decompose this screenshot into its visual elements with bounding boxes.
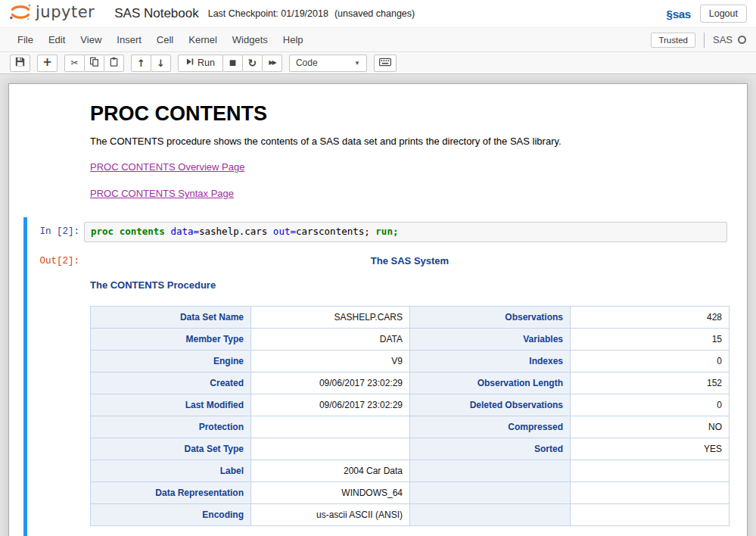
kernel-indicator: SAS	[704, 33, 746, 48]
jupyter-wordmark: jupyter	[36, 3, 95, 21]
notebook-container: PROC CONTENTS The CONTENTS procedure sho…	[8, 83, 748, 536]
code-input[interactable]: proc contents data=sashelp.cars out=cars…	[84, 222, 727, 242]
input-prompt: In [2]:	[27, 222, 84, 237]
markdown-link[interactable]: PROC CONTENTS Syntax Page	[90, 188, 234, 199]
code-token: proc contents	[91, 226, 165, 237]
table-row: Encodingus-ascii ASCII (ANSI)	[91, 504, 730, 526]
restart-icon: ↻	[248, 58, 257, 68]
clipboard-icon	[109, 57, 119, 69]
keyboard-icon	[379, 58, 391, 69]
restart-kernel-button[interactable]: ↻	[242, 55, 263, 72]
code-token	[267, 226, 273, 237]
notebook-title[interactable]: SAS Notebook	[114, 6, 199, 21]
attribute-label: Compressed	[410, 416, 571, 438]
attribute-label: Data Set Type	[91, 438, 251, 460]
attribute-value: DATA	[251, 329, 410, 351]
sas-wordmark: sas	[673, 8, 691, 20]
menu-file[interactable]: File	[10, 30, 41, 50]
paste-cell-button[interactable]	[104, 55, 124, 72]
menubar: FileEditViewInsertCellKernelWidgetsHelp …	[0, 27, 756, 52]
md-title: PROC CONTENTS	[90, 102, 723, 126]
menu-kernel[interactable]: Kernel	[181, 30, 225, 50]
run-label: Run	[198, 58, 215, 68]
table-row: Label2004 Car Data	[91, 460, 730, 482]
dropdown-caret-icon: ▼	[354, 60, 360, 67]
attribute-label: Data Representation	[91, 482, 251, 504]
attribute-value: 428	[571, 307, 730, 329]
table-row: Created09/06/2017 23:02:29Observation Le…	[91, 372, 730, 394]
attribute-value: WINDOWS_64	[251, 482, 410, 504]
cell-type-value: Code	[296, 58, 318, 68]
attribute-value: 15	[571, 329, 730, 351]
jupyter-logo[interactable]: jupyter	[9, 2, 95, 25]
attribute-label: Engine	[91, 351, 251, 372]
command-palette-button[interactable]	[374, 55, 397, 72]
attribute-value	[251, 438, 410, 460]
attribute-label: Indexes	[410, 351, 571, 372]
menu-edit[interactable]: Edit	[41, 30, 73, 50]
logout-button[interactable]: Logout	[700, 5, 747, 23]
attribute-label	[410, 504, 571, 526]
attribute-label: Protection	[91, 416, 251, 438]
kernel-idle-icon	[738, 36, 746, 44]
attribute-value: 152	[571, 372, 730, 394]
markdown-cell[interactable]: PROC CONTENTS The CONTENTS procedure sho…	[23, 92, 729, 217]
attribute-value: V9	[251, 351, 410, 372]
attribute-value	[571, 460, 730, 482]
sas-symbol-icon: §	[667, 8, 673, 20]
menu-help[interactable]: Help	[275, 30, 311, 50]
menu-view[interactable]: View	[73, 30, 109, 50]
menu-cell[interactable]: Cell	[149, 30, 181, 50]
attribute-label: Last Modified	[91, 394, 251, 416]
attribute-label: Sorted	[410, 438, 571, 460]
move-cell-down-button[interactable]: ↓	[151, 55, 171, 72]
attribute-value	[251, 416, 410, 438]
output-area: The SAS System The CONTENTS Procedure Da…	[84, 251, 736, 526]
attribute-label	[410, 460, 571, 482]
attribute-value: NO	[571, 416, 730, 438]
edit-group: ✂	[64, 55, 124, 72]
menu-insert[interactable]: Insert	[109, 30, 149, 50]
table-row: EngineV9Indexes0	[91, 351, 730, 372]
save-button[interactable]	[10, 55, 30, 72]
menu-widgets[interactable]: Widgets	[225, 30, 275, 50]
step-forward-icon	[186, 58, 194, 68]
code-token: carscontents	[296, 226, 364, 237]
header: jupyter SAS Notebook Last Checkpoint: 01…	[0, 0, 756, 27]
scissors-icon: ✂	[70, 58, 78, 67]
arrow-down-icon: ↓	[157, 58, 165, 68]
save-group	[10, 55, 30, 72]
output-prompt: Out[2]:	[27, 251, 84, 266]
sas-logo: §sas	[667, 8, 691, 20]
sas-system-title: The SAS System	[90, 251, 730, 266]
attribute-value	[571, 482, 730, 504]
copy-cell-button[interactable]	[84, 55, 104, 72]
floppy-icon	[15, 57, 25, 69]
table-row: Data Set NameSASHELP.CARSObservations428	[91, 307, 730, 329]
celltype-group: Code ▼	[289, 55, 367, 72]
restart-run-all-button[interactable]: ▶▶	[262, 55, 282, 72]
interrupt-kernel-button[interactable]: ■	[222, 55, 243, 72]
markdown-link[interactable]: PROC CONTENTS Overview Page	[90, 161, 244, 173]
cell-type-select[interactable]: Code ▼	[289, 55, 367, 72]
run-button[interactable]: Run	[178, 55, 223, 72]
attribute-label: Observations	[410, 307, 571, 329]
move-cell-up-button[interactable]: ↑	[131, 55, 151, 72]
attribute-value: 09/06/2017 23:02:29	[251, 372, 410, 394]
markdown-prompt	[27, 96, 84, 101]
code-token: out=	[273, 226, 296, 237]
header-right: §sas Logout	[667, 5, 747, 23]
trusted-button[interactable]: Trusted	[651, 33, 695, 48]
run-group: Run ■ ↻ ▶▶	[178, 55, 282, 72]
code-cell[interactable]: In [2]: proc contents data=sashelp.cars …	[23, 217, 729, 536]
add-group: +	[37, 55, 58, 72]
attribute-label: Deleted Observations	[410, 394, 571, 416]
jupyter-planet-icon	[9, 2, 32, 25]
add-cell-button[interactable]: +	[37, 55, 58, 72]
contents-table-body: Data Set NameSASHELP.CARSObservations428…	[91, 307, 730, 526]
jupyter-app: jupyter SAS Notebook Last Checkpoint: 01…	[0, 0, 756, 536]
code-token: run;	[375, 226, 398, 237]
table-row: Last Modified09/06/2017 23:02:29Deleted …	[91, 394, 730, 416]
cut-cell-button[interactable]: ✂	[64, 55, 85, 72]
menubar-right: Trusted SAS	[651, 33, 746, 48]
